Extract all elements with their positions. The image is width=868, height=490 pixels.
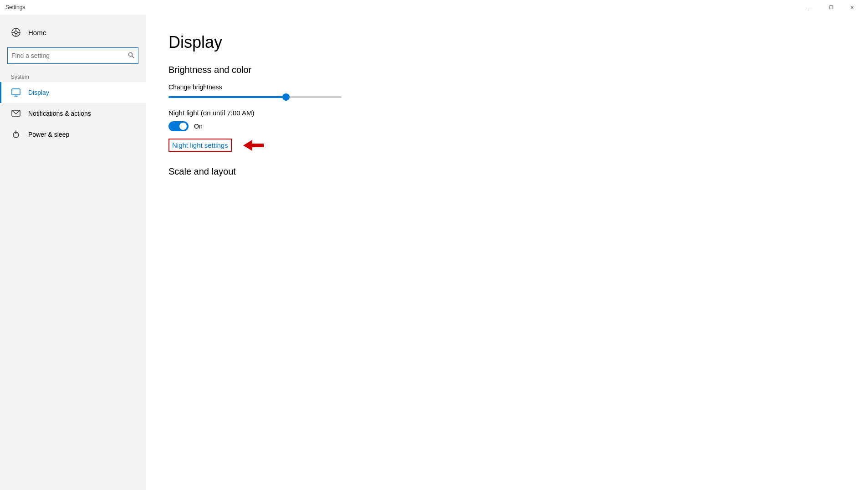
titlebar: Settings — ❐ ✕ (0, 0, 868, 15)
sidebar-section-label: System (0, 70, 146, 82)
annotation-arrow (234, 137, 266, 154)
app-title: Settings (5, 4, 25, 10)
search-icon (128, 52, 134, 60)
brightness-slider-thumb[interactable] (282, 93, 290, 101)
svg-line-7 (132, 56, 134, 58)
content-area: Display Brightness and color Change brig… (146, 15, 868, 490)
notifications-icon (11, 108, 21, 119)
search-input[interactable] (11, 52, 128, 59)
window-controls: — ❐ ✕ (800, 0, 863, 15)
toggle-thumb (179, 123, 187, 130)
svg-rect-8 (12, 89, 20, 95)
scale-layout-title: Scale and layout (168, 166, 845, 177)
sidebar-item-notifications[interactable]: Notifications & actions (0, 103, 146, 124)
brightness-slider-container[interactable] (168, 96, 342, 98)
maximize-button[interactable]: ❐ (821, 0, 842, 15)
minimize-button[interactable]: — (800, 0, 821, 15)
brightness-label: Change brightness (168, 83, 845, 91)
close-button[interactable]: ✕ (842, 0, 863, 15)
night-light-settings-link[interactable]: Night light settings (168, 139, 232, 152)
toggle-row: On (168, 121, 845, 131)
brightness-slider-fill (168, 96, 286, 98)
sidebar-item-label-power: Power & sleep (28, 131, 69, 138)
sidebar-item-display[interactable]: Display (0, 82, 146, 103)
sidebar-item-label-notifications: Notifications & actions (28, 110, 91, 117)
sidebar: Home System Display (0, 15, 146, 490)
toggle-state-label: On (194, 123, 203, 130)
night-light-label: Night light (on until 7:00 AM) (168, 109, 845, 117)
night-light-toggle[interactable] (168, 121, 189, 131)
sidebar-item-power[interactable]: Power & sleep (0, 124, 146, 145)
power-icon (11, 129, 21, 139)
svg-point-1 (15, 31, 17, 34)
app-layout: Home System Display (0, 15, 868, 490)
section-brightness-title: Brightness and color (168, 65, 845, 75)
svg-marker-14 (243, 140, 264, 151)
sidebar-item-label-display: Display (28, 89, 49, 96)
night-light-settings-wrapper: Night light settings (168, 139, 232, 152)
brightness-slider-track[interactable] (168, 96, 342, 98)
page-title: Display (168, 33, 845, 52)
home-label: Home (28, 29, 46, 36)
home-button[interactable]: Home (0, 22, 146, 43)
search-box[interactable] (7, 47, 138, 64)
home-icon (11, 27, 21, 37)
display-icon (11, 88, 21, 98)
